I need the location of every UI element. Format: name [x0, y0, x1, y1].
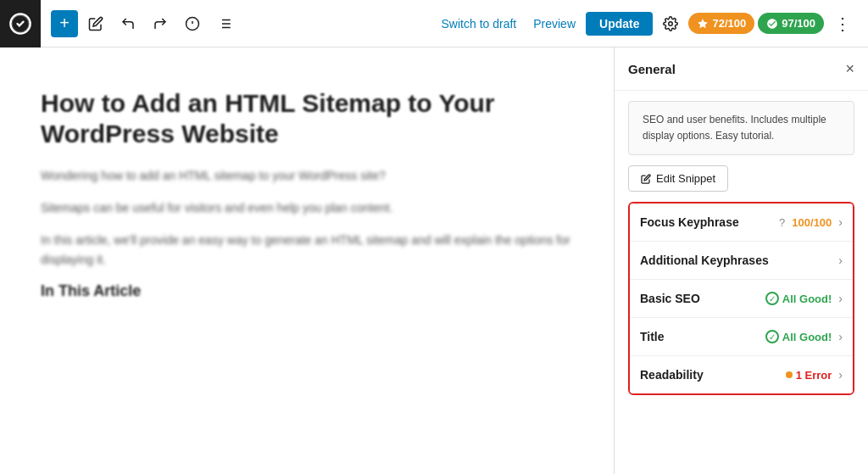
edit-snippet-button[interactable]: Edit Snippet — [628, 165, 728, 192]
focus-keyphrase-value: 100/100 — [792, 216, 832, 229]
seo-item-basic-seo[interactable]: Basic SEO ✓ All Good! › — [630, 280, 853, 318]
seo-item-focus-keyphrase[interactable]: Focus Keyphrase ? 100/100 › — [630, 204, 853, 242]
editor-para-3: In this article, we'll provide an easy w… — [41, 231, 573, 271]
edit-snippet-label: Edit Snippet — [656, 172, 715, 185]
focus-keyphrase-label: Focus Keyphrase — [640, 215, 776, 229]
focus-keyphrase-help-icon[interactable]: ? — [779, 216, 785, 229]
readability-score-text: 97/100 — [782, 17, 815, 30]
update-button[interactable]: Update — [586, 12, 653, 36]
basic-seo-value: All Good! — [782, 293, 832, 305]
undo-button[interactable] — [114, 11, 142, 36]
readability-badge[interactable]: 97/100 — [758, 13, 824, 34]
add-block-button[interactable]: + — [51, 10, 78, 37]
title-check-icon: ✓ — [765, 330, 779, 343]
editor-subheading: In This Article — [41, 282, 573, 300]
sidebar-panel: General × SEO and user benefits. Include… — [614, 47, 868, 474]
snippet-preview: SEO and user benefits. Includes multiple… — [628, 101, 854, 155]
svg-point-10 — [669, 21, 673, 25]
focus-keyphrase-chevron-icon: › — [838, 215, 843, 229]
seo-item-title[interactable]: Title ✓ All Good! › — [630, 318, 853, 356]
edit-tool-button[interactable] — [81, 11, 110, 36]
additional-keyphrases-chevron-icon: › — [838, 254, 843, 267]
more-options-button[interactable]: ⋮ — [827, 10, 858, 37]
main-content: How to Add an HTML Sitemap to Your WordP… — [0, 47, 868, 474]
seo-items-list: Focus Keyphrase ? 100/100 › Additional K… — [628, 202, 854, 395]
redo-button[interactable] — [146, 11, 175, 36]
sidebar-header: General × — [615, 47, 868, 91]
title-label: Title — [640, 330, 765, 343]
editor-para-2: Sitemaps can be useful for visitors and … — [41, 198, 573, 219]
info-button[interactable] — [178, 11, 207, 36]
list-view-button[interactable] — [210, 11, 239, 36]
sidebar-close-button[interactable]: × — [845, 61, 854, 76]
sidebar-title: General — [628, 62, 676, 76]
seo-score-badge[interactable]: 72/100 — [688, 13, 754, 34]
seo-score-text: 72/100 — [712, 17, 746, 30]
seo-item-additional-keyphrases[interactable]: Additional Keyphrases › — [630, 242, 853, 280]
readability-value: 1 Error — [796, 369, 832, 382]
seo-item-readability[interactable]: Readability 1 Error › — [630, 356, 853, 393]
readability-label: Readability — [640, 368, 786, 382]
preview-button[interactable]: Preview — [526, 12, 582, 36]
editor-para-1: Wondering how to add an HTML sitemap to … — [41, 166, 573, 187]
readability-chevron-icon: › — [838, 368, 843, 382]
basic-seo-check-icon: ✓ — [765, 292, 779, 305]
post-title: How to Add an HTML Sitemap to Your WordP… — [41, 88, 573, 149]
settings-button[interactable] — [656, 11, 685, 36]
switch-to-draft-button[interactable]: Switch to draft — [435, 12, 524, 36]
toolbar: + S — [0, 0, 868, 47]
wp-logo — [0, 0, 41, 47]
basic-seo-chevron-icon: › — [838, 292, 843, 305]
readability-error-dot — [786, 371, 793, 378]
additional-keyphrases-label: Additional Keyphrases — [640, 254, 838, 267]
title-value: All Good! — [782, 331, 832, 343]
basic-seo-label: Basic SEO — [640, 292, 765, 305]
title-chevron-icon: › — [838, 330, 843, 343]
editor-area[interactable]: How to Add an HTML Sitemap to Your WordP… — [0, 47, 614, 474]
